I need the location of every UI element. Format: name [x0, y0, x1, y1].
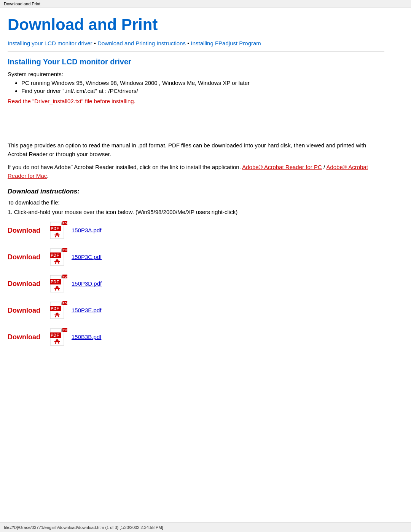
- svg-text:PDF: PDF: [51, 226, 59, 231]
- browser-tab: Download and Print: [0, 0, 411, 8]
- requirements-list: PC running Windows 95, Windows 98, Windo…: [21, 80, 384, 94]
- download-link[interactable]: 150P3D.pdf: [72, 280, 102, 287]
- pdf-file-link[interactable]: 150P3A.pdf: [72, 227, 101, 233]
- spacer-1: [8, 108, 384, 131]
- download-row: Download PDF: [8, 327, 384, 347]
- nav-link-lcd-driver[interactable]: Installing your LCD monitor driver: [8, 40, 92, 46]
- download-label: Download: [8, 307, 49, 315]
- download-row: Download PDF: [8, 247, 384, 267]
- svg-text:PDF: PDF: [51, 280, 59, 284]
- download-link[interactable]: 150B3B.pdf: [72, 334, 101, 340]
- pdf-file-link[interactable]: 150P3E.pdf: [72, 307, 101, 313]
- download-link[interactable]: 150P3E.pdf: [72, 307, 101, 314]
- download-label: Download: [8, 227, 49, 235]
- req-item-1: PC running Windows 95, Windows 98, Windo…: [21, 80, 384, 86]
- pdf-file-link[interactable]: 150P3C.pdf: [72, 254, 102, 260]
- page-content: Download and Print Installing your LCD m…: [0, 8, 396, 369]
- driver-note: Read the "Driver_install02.txt" file bef…: [8, 98, 384, 104]
- pdf-icon: PDF PDF: [49, 327, 68, 347]
- download-instructions-title: Download instructions:: [8, 188, 384, 195]
- pdf-intro: This page provides an option to read the…: [8, 141, 384, 158]
- nav-links: Installing your LCD monitor driver • Dow…: [8, 40, 384, 46]
- system-req-label: System requirements:: [8, 71, 384, 77]
- pdf-file-link[interactable]: 150P3D.pdf: [72, 280, 102, 287]
- download-label: Download: [8, 333, 49, 341]
- downloads-container: Download PDF: [8, 220, 384, 347]
- svg-text:PDF: PDF: [63, 249, 68, 251]
- to-download-text: To download the file:: [8, 199, 384, 206]
- adobe-note-prefix: If you do not have Adobe¨ Acrobat Reader…: [8, 164, 242, 170]
- page-title: Download and Print: [8, 16, 384, 34]
- pdf-icon: PDF PDF: [49, 220, 68, 240]
- svg-text:PDF: PDF: [63, 302, 68, 305]
- svg-text:PDF: PDF: [51, 333, 59, 337]
- adobe-link-pc[interactable]: Adobe® Acrobat Reader for PC: [242, 164, 322, 170]
- step1-text: 1. Click-and-hold your mouse over the ic…: [8, 209, 384, 215]
- browser-tab-title: Download and Print: [4, 2, 40, 6]
- download-row: Download PDF: [8, 300, 384, 320]
- req-item-2: Find your driver ".inf/.icm/.cat" at : /…: [21, 88, 384, 94]
- nav-link-fpadjust[interactable]: Installing FPadjust Program: [191, 40, 261, 46]
- download-label: Download: [8, 253, 49, 261]
- pdf-icon: PDF PDF: [49, 300, 68, 320]
- download-link[interactable]: 150P3C.pdf: [72, 254, 102, 260]
- section1-title: Installing Your LCD monitor driver: [8, 58, 384, 66]
- download-row: Download PDF: [8, 220, 384, 240]
- svg-text:PDF: PDF: [63, 329, 68, 331]
- divider-2: [8, 135, 384, 135]
- download-link[interactable]: 150P3A.pdf: [72, 227, 101, 234]
- svg-text:PDF: PDF: [63, 222, 68, 225]
- download-row: Download PDF: [8, 274, 384, 294]
- svg-text:PDF: PDF: [63, 275, 68, 278]
- pdf-file-link[interactable]: 150B3B.pdf: [72, 334, 101, 340]
- pdf-icon: PDF PDF: [49, 247, 68, 267]
- adobe-note-suffix: .: [47, 173, 48, 179]
- divider-1: [8, 51, 384, 51]
- nav-sep-1: •: [92, 40, 98, 46]
- nav-link-download-instructions[interactable]: Download and Printing Instructions: [97, 40, 186, 46]
- svg-text:PDF: PDF: [51, 306, 59, 311]
- nav-sep-2: •: [186, 40, 191, 46]
- pdf-icon: PDF PDF: [49, 274, 68, 294]
- adobe-note: If you do not have Adobe¨ Acrobat Reader…: [8, 163, 384, 180]
- svg-text:PDF: PDF: [51, 253, 59, 257]
- adobe-sep: /: [322, 164, 327, 170]
- download-label: Download: [8, 280, 49, 288]
